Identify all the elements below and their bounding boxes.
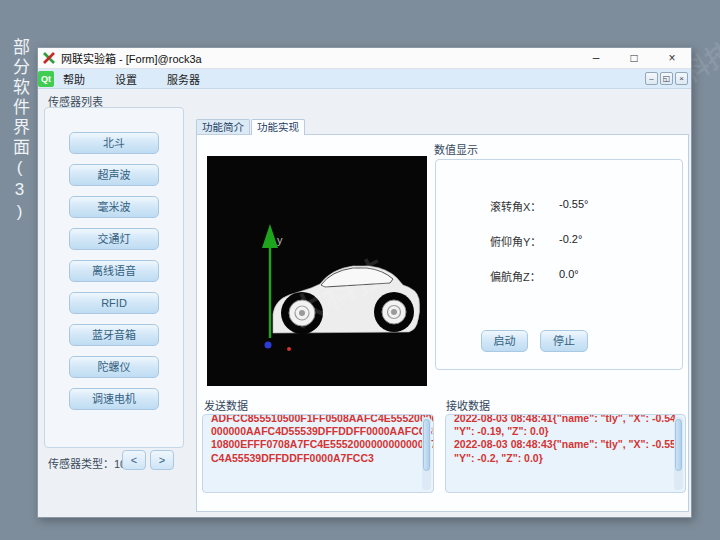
receive-data-textarea[interactable]: 2022-08-03 08:48:41{"name": "tly", "X": … — [445, 414, 686, 493]
tab-strip: 功能简介 功能实现 — [196, 119, 306, 135]
receive-data-line: 2022-08-03 08:48:41{"name": "tly", "X": … — [454, 414, 671, 425]
car-3d-viewer[interactable]: y 大科技 — [207, 156, 427, 386]
car-model — [273, 266, 420, 334]
menu-server[interactable]: 服务器 — [164, 69, 203, 89]
pitch-angle-value: -0.2° — [559, 233, 582, 245]
sensor-button-speed-motor[interactable]: 调速电机 — [69, 388, 159, 410]
receive-scrollbar[interactable] — [674, 417, 683, 490]
tab-function-impl[interactable]: 功能实现 — [251, 119, 305, 135]
sensor-list-panel: 北斗 超声波 毫米波 交通灯 离线语音 RFID 蓝牙音箱 陀螺仪 调速电机 — [44, 107, 184, 448]
menu-settings[interactable]: 设置 — [112, 69, 140, 89]
slide-background: 部分软件界面(3) 大科技 网联实验箱 - [Form]@rock3a – □ … — [0, 0, 720, 540]
y-axis-label: y — [277, 234, 283, 246]
send-data-title: 发送数据 — [204, 397, 248, 413]
sensor-button-traffic-light[interactable]: 交通灯 — [69, 228, 159, 250]
origin-dot-blue — [265, 342, 272, 349]
value-display-box: 滚转角X： -0.55° 俯仰角Y： -0.2° 偏航角Z： 0.0° 启动 停… — [435, 159, 683, 370]
mdi-minimize-button[interactable]: – — [645, 72, 658, 85]
yaw-angle-value: 0.0° — [559, 268, 579, 280]
menu-help[interactable]: 帮助 — [60, 69, 88, 89]
pitch-angle-label: 俯仰角Y： — [490, 233, 541, 249]
sensor-button-gyroscope[interactable]: 陀螺仪 — [69, 356, 159, 378]
origin-dot-red — [287, 347, 291, 351]
title-bar[interactable]: 网联实验箱 - [Form]@rock3a – □ × — [38, 48, 691, 69]
minimize-button[interactable]: – — [577, 48, 615, 68]
send-scrollbar[interactable] — [422, 417, 431, 490]
sensor-button-beidou[interactable]: 北斗 — [69, 132, 159, 154]
sensor-button-rfid[interactable]: RFID — [69, 292, 159, 314]
tab-content-panel: y 大科技 数值显示 滚转角X： -0.55° 俯仰角Y： — [196, 134, 689, 512]
maximize-button[interactable]: □ — [615, 48, 653, 68]
stop-button[interactable]: 停止 — [540, 330, 588, 352]
receive-data-line: "Y": -0.2, "Z": 0.0} — [454, 452, 671, 465]
receive-data-line: "Y": -0.19, "Z": 0.0} — [454, 425, 671, 438]
window-content: 传感器列表 北斗 超声波 毫米波 交通灯 离线语音 RFID 蓝牙音箱 陀螺仪 … — [38, 89, 691, 518]
prev-page-button[interactable]: < — [122, 450, 146, 470]
send-scrollbar-thumb[interactable] — [423, 419, 430, 471]
send-data-textarea[interactable]: ADFCC855510500F1FF0508AAFC4E5552000000 0… — [202, 414, 434, 493]
qt-logo-icon: Qt — [38, 71, 54, 87]
receive-data-line: 2022-08-03 08:48:43{"name": "tly", "X": … — [454, 438, 671, 451]
mdi-restore-button[interactable]: ◱ — [660, 72, 673, 85]
app-window: 网联实验箱 - [Form]@rock3a – □ × Qt 帮助 设置 服务器… — [37, 47, 692, 518]
pitch-angle-row: 俯仰角Y： -0.2° — [436, 233, 682, 249]
roll-angle-label: 滚转角X： — [490, 198, 541, 214]
window-title: 网联实验箱 - [Form]@rock3a — [61, 50, 202, 66]
roll-angle-value: -0.55° — [559, 198, 588, 210]
menu-bar: Qt 帮助 设置 服务器 – ◱ × — [38, 69, 691, 89]
send-data-line: 000000AAFC4D55539DFFDDFF0000AAFCC6555 — [211, 425, 419, 438]
send-data-line: 10800EFFF0708A7FC4E5552000000000000A7F — [211, 438, 419, 451]
mdi-close-button[interactable]: × — [675, 72, 688, 85]
tab-function-intro[interactable]: 功能简介 — [196, 119, 250, 134]
value-display-title: 数值显示 — [434, 141, 478, 157]
start-button[interactable]: 启动 — [481, 330, 528, 352]
sensor-button-ultrasonic[interactable]: 超声波 — [69, 164, 159, 186]
receive-data-title: 接收数据 — [446, 397, 490, 413]
sensor-button-mmwave[interactable]: 毫米波 — [69, 196, 159, 218]
send-data-line: ADFCC855510500F1FF0508AAFC4E5552000000 — [211, 414, 419, 425]
receive-scrollbar-thumb[interactable] — [675, 419, 682, 471]
slide-caption: 部分软件界面(3) — [6, 38, 32, 288]
next-page-button[interactable]: > — [150, 450, 174, 470]
close-button[interactable]: × — [653, 48, 691, 68]
roll-angle-row: 滚转角X： -0.55° — [436, 198, 682, 214]
sensor-button-offline-voice[interactable]: 离线语音 — [69, 260, 159, 282]
app-x-logo-icon — [42, 51, 56, 65]
sensor-button-bluetooth-speaker[interactable]: 蓝牙音箱 — [69, 324, 159, 346]
send-data-line: C4A55539DFFDDFF0000A7FCC3 — [211, 452, 419, 465]
yaw-angle-row: 偏航角Z： 0.0° — [436, 268, 682, 284]
yaw-angle-label: 偏航角Z： — [490, 268, 541, 284]
